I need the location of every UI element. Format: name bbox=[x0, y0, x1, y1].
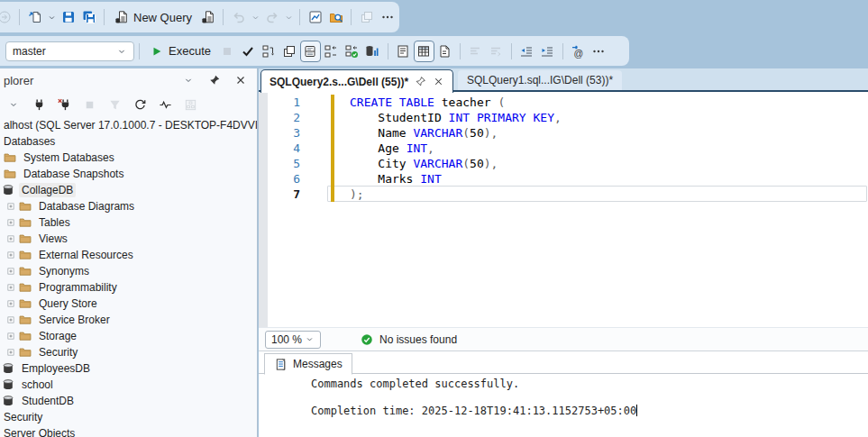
estimated-plan-icon[interactable] bbox=[259, 41, 279, 62]
intellisense-toggle-icon[interactable] bbox=[300, 41, 321, 62]
tree-item-label: Service Broker bbox=[36, 313, 113, 327]
actual-plan-icon[interactable] bbox=[321, 41, 342, 62]
tree-item[interactable]: Programmability bbox=[0, 279, 257, 296]
code-line[interactable]: StudentID INT PRIMARY KEY, bbox=[350, 110, 562, 125]
cancel-query-icon[interactable] bbox=[217, 41, 238, 62]
tree-item[interactable]: Tables bbox=[0, 214, 257, 231]
toolbar-overflow-icon[interactable] bbox=[377, 6, 397, 28]
tree-item[interactable]: Database Diagrams bbox=[0, 198, 257, 214]
results-to-grid-icon[interactable] bbox=[414, 41, 434, 62]
tree-item[interactable]: Storage bbox=[0, 328, 257, 344]
zoom-selector[interactable]: 100 % bbox=[265, 331, 321, 349]
new-query-button[interactable]: New Query bbox=[109, 5, 197, 29]
object-explorer-toolbar bbox=[0, 93, 257, 116]
results-to-file-icon[interactable] bbox=[434, 41, 455, 62]
breakpoint-gutter[interactable] bbox=[259, 92, 268, 327]
tree-item[interactable]: StudentDB bbox=[0, 393, 257, 409]
activity-monitor-icon[interactable] bbox=[305, 6, 325, 28]
expand-plus-icon[interactable] bbox=[6, 348, 15, 357]
parse-query-icon[interactable] bbox=[238, 41, 259, 62]
undo-icon[interactable] bbox=[228, 6, 249, 28]
expand-plus-icon[interactable] bbox=[6, 202, 15, 211]
sqlcmd-mode-icon[interactable]: @ bbox=[568, 41, 589, 62]
pin-icon[interactable] bbox=[206, 69, 224, 91]
tree-item[interactable]: EmployeesDB bbox=[0, 360, 257, 377]
refresh-icon[interactable] bbox=[132, 94, 148, 115]
new-file-dropdown-icon[interactable] bbox=[45, 6, 58, 28]
expand-plus-icon[interactable] bbox=[6, 283, 15, 292]
tree-item[interactable]: Security bbox=[0, 409, 257, 425]
expand-plus-icon[interactable] bbox=[6, 218, 15, 227]
tree-item[interactable]: alhost (SQL Server 17.0.1000.7 - DESKTOP… bbox=[0, 117, 257, 133]
expand-plus-icon[interactable] bbox=[6, 315, 15, 324]
code-text[interactable]: CREATE TABLE teacher ( StudentID INT PRI… bbox=[350, 95, 562, 202]
activity-icon[interactable] bbox=[157, 94, 173, 115]
tab-close-icon[interactable] bbox=[433, 76, 444, 87]
execute-button[interactable]: Execute bbox=[144, 40, 217, 63]
sql-editor[interactable]: 1234567 CREATE TABLE teacher ( StudentID… bbox=[259, 92, 868, 327]
results-to-text-icon[interactable] bbox=[393, 41, 414, 62]
query-options-icon[interactable] bbox=[279, 41, 300, 62]
tree-item-label: Views bbox=[36, 232, 70, 246]
tree-item[interactable]: Service Broker bbox=[0, 312, 257, 328]
new-query-connection-icon[interactable] bbox=[197, 6, 218, 28]
code-line[interactable]: CREATE TABLE teacher ( bbox=[350, 95, 562, 110]
code-line[interactable]: City VARCHAR(50), bbox=[350, 156, 562, 171]
tree-item[interactable]: Views bbox=[0, 231, 257, 247]
undo-dropdown-icon[interactable] bbox=[249, 6, 261, 28]
expand-plus-icon[interactable] bbox=[6, 234, 15, 243]
code-line[interactable]: ); bbox=[350, 187, 562, 202]
redo-dropdown-icon[interactable] bbox=[282, 6, 295, 28]
filter-icon[interactable] bbox=[106, 94, 123, 115]
new-file-icon[interactable] bbox=[24, 6, 45, 28]
database-icon bbox=[2, 362, 14, 375]
uncomment-icon[interactable] bbox=[486, 41, 507, 62]
tree-item[interactable]: CollageDB bbox=[0, 182, 257, 198]
tree-item[interactable]: Synonyms bbox=[0, 263, 257, 279]
expand-plus-icon[interactable] bbox=[6, 332, 15, 341]
messages-panel: Messages Commands completed successfully… bbox=[259, 351, 868, 437]
code-token: Name bbox=[350, 126, 413, 140]
folder-search-icon[interactable] bbox=[325, 6, 346, 28]
save-all-icon[interactable] bbox=[78, 6, 99, 28]
increase-indent-icon[interactable] bbox=[537, 41, 558, 62]
expand-plus-icon[interactable] bbox=[6, 299, 15, 308]
toolbar-overflow-icon[interactable] bbox=[589, 41, 609, 62]
sitemap-icon[interactable] bbox=[182, 94, 198, 115]
live-query-stats-icon[interactable] bbox=[342, 41, 362, 62]
code-line[interactable]: Age INT, bbox=[350, 141, 562, 156]
panel-chevron-icon[interactable] bbox=[179, 69, 197, 91]
expand-plus-icon[interactable] bbox=[6, 250, 15, 259]
object-explorer-tree: alhost (SQL Server 17.0.1000.7 - DESKTOP… bbox=[0, 117, 257, 437]
tree-item[interactable]: System Databases bbox=[0, 150, 257, 166]
tab-sqlquery2[interactable]: SQLQuery2.s...G\Dell (55))* bbox=[260, 69, 453, 93]
tree-item[interactable]: External Resources bbox=[0, 247, 257, 263]
tree-item-label: Database Snapshots bbox=[21, 167, 126, 181]
comment-icon[interactable] bbox=[465, 41, 486, 62]
tree-item[interactable]: school bbox=[0, 377, 257, 393]
tree-item[interactable]: Security bbox=[0, 344, 257, 360]
layers-icon[interactable] bbox=[356, 6, 377, 28]
stop-icon[interactable] bbox=[81, 94, 97, 115]
tree-item[interactable]: Databases bbox=[0, 133, 257, 150]
tab-pin-icon[interactable] bbox=[415, 76, 426, 87]
code-line[interactable]: Name VARCHAR(50), bbox=[350, 125, 562, 141]
tree-item[interactable]: Server Objects bbox=[0, 425, 257, 437]
navigate-forward-icon[interactable] bbox=[0, 6, 14, 28]
redo-icon[interactable] bbox=[261, 6, 282, 28]
close-icon[interactable] bbox=[232, 69, 250, 91]
database-combo[interactable]: master bbox=[5, 41, 134, 61]
decrease-indent-icon[interactable] bbox=[516, 41, 537, 62]
connect-icon[interactable] bbox=[31, 94, 47, 115]
expand-chevron-icon[interactable] bbox=[5, 94, 22, 115]
client-statistics-icon[interactable] bbox=[362, 41, 383, 62]
tab-sqlquery1[interactable]: SQLQuery1.sql...IG\Dell (53))* bbox=[458, 70, 622, 90]
tree-item[interactable]: Database Snapshots bbox=[0, 166, 257, 182]
code-token: PRIMARY KEY bbox=[477, 111, 554, 124]
save-icon[interactable] bbox=[58, 6, 78, 28]
messages-tab[interactable]: Messages bbox=[264, 353, 352, 375]
code-line[interactable]: Marks INT bbox=[350, 171, 562, 187]
disconnect-icon[interactable] bbox=[56, 94, 72, 115]
tree-item[interactable]: Query Store bbox=[0, 296, 257, 312]
expand-plus-icon[interactable] bbox=[6, 267, 15, 276]
